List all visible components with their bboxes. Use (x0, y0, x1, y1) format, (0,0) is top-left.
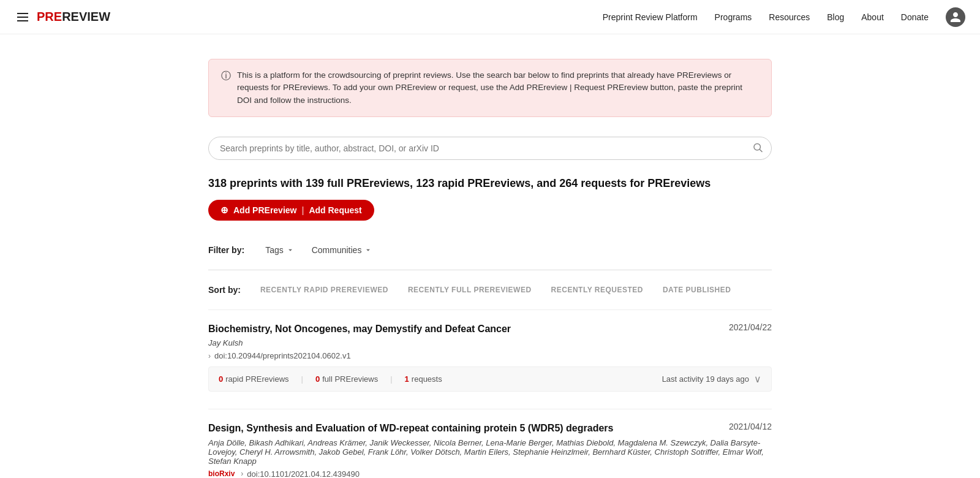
sort-recently-requested[interactable]: RECENTLY REQUESTED (551, 286, 643, 294)
search-button[interactable] (752, 142, 763, 154)
card-divider (208, 409, 772, 409)
add-request-label: Add Request (309, 205, 361, 215)
last-activity-1: Last activity 19 days ago (662, 374, 749, 384)
nav-resources[interactable]: Resources (769, 12, 810, 22)
search-input[interactable] (208, 137, 772, 160)
stats-bar-left-1: 0 rapid PREreviews | 0 full PREreviews |… (219, 374, 442, 384)
nav-platform[interactable]: Preprint Review Platform (603, 12, 698, 22)
user-avatar[interactable] (946, 7, 965, 27)
preprint-author-1: Jay Kulsh (208, 338, 772, 347)
info-banner: ⓘ This is a platform for the crowdsourci… (208, 59, 772, 117)
filter-row: Filter by: Tags Communities (208, 243, 772, 270)
sort-date-published[interactable]: DATE PUBLISHED (663, 286, 731, 294)
sort-recently-full[interactable]: RECENTLY FULL PREREVIEWED (408, 286, 532, 294)
tags-label: Tags (265, 245, 284, 255)
tags-chevron-icon (286, 246, 295, 254)
communities-dropdown[interactable]: Communities (311, 243, 374, 257)
rapid-count-1: 0 (219, 374, 223, 384)
add-prereview-label: Add PREreview (233, 205, 296, 215)
requests-stat-1: 1 requests (405, 374, 442, 384)
preprint-header-2: Design, Synthesis and Evaluation of WD-r… (208, 422, 772, 435)
info-icon: ⓘ (221, 70, 231, 107)
svg-point-0 (754, 143, 761, 150)
hamburger-menu[interactable] (15, 10, 31, 24)
preprint-stats-bar-1: 0 rapid PREreviews | 0 full PREreviews |… (208, 366, 772, 392)
logo[interactable]: PREREVIEW (37, 10, 110, 24)
preprint-doi-2: bioRxiv › doi:10.1101/2021.04.12.439490 (208, 469, 772, 478)
doi-text-1[interactable]: doi:10.20944/preprints202104.0602.v1 (214, 351, 351, 360)
communities-label: Communities (312, 245, 362, 255)
user-icon (949, 11, 962, 23)
add-prereview-button[interactable]: ⊕ Add PREreview | Add Request (208, 200, 374, 221)
full-label-1: full PREreviews (322, 374, 378, 384)
expand-icon-1[interactable]: ∨ (754, 373, 761, 385)
rapid-label-1: rapid PREreviews (225, 374, 288, 384)
preprint-date-2: 2021/04/12 (729, 422, 772, 431)
stat-sep-1a: | (301, 374, 303, 384)
filter-label: Filter by: (208, 245, 244, 255)
preprint-date-1: 2021/04/22 (729, 322, 772, 332)
preprint-card-2: Design, Synthesis and Evaluation of WD-r… (208, 422, 772, 478)
search-bar (208, 137, 772, 160)
header-nav: Preprint Review Platform Programs Resour… (603, 7, 965, 27)
requests-label-1: requests (412, 374, 442, 384)
stats-bar-right-1: Last activity 19 days ago ∨ (662, 373, 761, 385)
add-button-separator: | (301, 205, 304, 215)
sort-label: Sort by: (208, 285, 241, 295)
logo-review: REVIEW (62, 10, 110, 24)
preprint-doi-1: › doi:10.20944/preprints202104.0602.v1 (208, 351, 772, 360)
info-banner-text: This is a platform for the crowdsourcing… (237, 69, 759, 107)
svg-line-1 (760, 150, 762, 152)
sort-recently-rapid[interactable]: RECENTLY RAPID PREREVIEWED (260, 286, 388, 294)
nav-donate[interactable]: Donate (901, 12, 929, 22)
header: PREREVIEW Preprint Review Platform Progr… (0, 0, 980, 34)
doi-text-2[interactable]: doi:10.1101/2021.04.12.439490 (247, 469, 360, 478)
preprint-author-2: Anja Dölle, Bikash Adhikari, Andreas Krä… (208, 438, 772, 466)
add-icon: ⊕ (221, 205, 228, 216)
sort-row: Sort by: RECENTLY RAPID PREREVIEWED RECE… (208, 285, 772, 295)
doi-chevron-icon-1: › (208, 352, 211, 360)
sort-divider (208, 309, 772, 310)
main-content: ⓘ This is a platform for the crowdsourci… (196, 34, 784, 478)
full-stat-1: 0 full PREreviews (315, 374, 378, 384)
tags-dropdown[interactable]: Tags (264, 243, 296, 257)
header-left: PREREVIEW (15, 10, 110, 24)
stats-line: 318 preprints with 139 full PREreviews, … (208, 177, 772, 190)
communities-chevron-icon (364, 246, 372, 254)
preprint-title-1[interactable]: Biochemistry, Not Oncogenes, may Demysti… (208, 322, 704, 336)
requests-count-1: 1 (405, 374, 409, 384)
stat-sep-1b: | (390, 374, 392, 384)
full-count-1: 0 (315, 374, 320, 384)
nav-blog[interactable]: Blog (827, 12, 844, 22)
search-icon (752, 142, 763, 153)
preprint-card: Biochemistry, Not Oncogenes, may Demysti… (208, 322, 772, 392)
nav-about[interactable]: About (861, 12, 884, 22)
logo-pre: PRE (37, 10, 62, 24)
rapid-stat-1: 0 rapid PREreviews (219, 374, 289, 384)
preprint-header-1: Biochemistry, Not Oncogenes, may Demysti… (208, 322, 772, 336)
preprint-title-2[interactable]: Design, Synthesis and Evaluation of WD-r… (208, 422, 704, 435)
source-badge-2: bioRxiv (208, 469, 235, 478)
nav-programs[interactable]: Programs (715, 12, 752, 22)
doi-chevron-icon-2: › (241, 469, 243, 478)
